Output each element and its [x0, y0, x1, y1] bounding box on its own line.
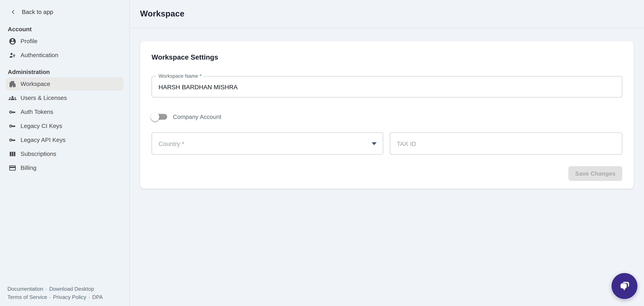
chat-bubbles-icon — [617, 279, 632, 293]
company-account-toggle[interactable] — [151, 112, 169, 121]
sidebar-item-users-licenses[interactable]: Users & Licenses — [6, 91, 124, 104]
page-header: Workspace — [130, 0, 644, 28]
footer-separator: · — [49, 294, 51, 300]
sidebar-item-label: Legacy API Keys — [20, 136, 66, 143]
page-title: Workspace — [140, 9, 184, 19]
chat-widget-button[interactable] — [612, 273, 638, 299]
country-select[interactable]: Country * — [152, 132, 383, 155]
sidebar-footer: Documentation·Download Desktop Terms of … — [7, 285, 103, 301]
sidebar-item-legacy-api-keys[interactable]: Legacy API Keys — [6, 133, 124, 146]
dropdown-arrow-icon — [372, 142, 376, 145]
sidebar-item-workspace[interactable]: Workspace — [6, 77, 124, 90]
person-key-icon — [8, 51, 16, 59]
sidebar-item-label: Subscriptions — [20, 150, 56, 157]
company-account-label: Company Account — [173, 114, 221, 120]
workspace-name-field: Workspace Name * — [152, 76, 622, 98]
workspace-settings-card: Workspace Settings Workspace Name * Comp… — [140, 41, 634, 189]
key-icon — [8, 136, 16, 144]
country-select-label: Country * — [158, 140, 184, 147]
sidebar-item-auth-tokens[interactable]: Auth Tokens — [6, 105, 124, 118]
card-title: Workspace Settings — [152, 53, 622, 62]
back-to-app-label: Back to app — [22, 9, 53, 15]
sidebar-item-label: Profile — [20, 38, 38, 45]
key-icon — [8, 122, 16, 130]
chevron-left-icon — [10, 8, 17, 16]
workspace-name-label: Workspace Name * — [156, 73, 204, 79]
account-circle-icon — [8, 37, 16, 45]
sidebar-item-label: Legacy CI Keys — [20, 122, 62, 129]
footer-row-1: Documentation·Download Desktop — [7, 285, 103, 293]
footer-separator: · — [46, 286, 47, 292]
building-icon — [8, 80, 16, 88]
sidebar-item-label: Authentication — [20, 52, 58, 58]
content-area: Workspace Settings Workspace Name * Comp… — [130, 28, 644, 189]
key-icon — [8, 108, 16, 116]
section-title-account: Account — [8, 25, 130, 34]
documentation-link[interactable]: Documentation — [7, 286, 43, 292]
columns-icon — [8, 150, 16, 158]
sidebar-item-authentication[interactable]: Authentication — [6, 49, 124, 62]
workspace-name-input[interactable] — [152, 76, 622, 97]
country-tax-row: Country * — [152, 132, 622, 155]
sidebar-item-label: Workspace — [20, 81, 50, 87]
privacy-policy-link[interactable]: Privacy Policy — [53, 294, 86, 300]
main-area: Workspace Workspace Settings Workspace N… — [130, 0, 644, 306]
administration-nav: Workspace Users & Licenses Auth Tokens L… — [6, 77, 124, 174]
download-desktop-link[interactable]: Download Desktop — [49, 286, 94, 292]
sidebar-item-label: Billing — [20, 165, 36, 171]
dpa-link[interactable]: DPA — [92, 294, 103, 300]
tax-id-field — [390, 132, 622, 155]
back-to-app-button[interactable]: Back to app — [0, 0, 130, 24]
sidebar-item-profile[interactable]: Profile — [6, 35, 124, 48]
groups-icon — [8, 94, 16, 102]
footer-separator: · — [88, 294, 90, 300]
sidebar-item-label: Auth Tokens — [20, 108, 53, 115]
save-changes-button[interactable]: Save Changes — [568, 166, 622, 181]
section-title-administration: Administration — [8, 68, 130, 77]
sidebar-item-label: Users & Licenses — [20, 95, 67, 101]
footer-row-2: Terms of Service·Privacy Policy·DPA — [7, 293, 103, 301]
sidebar-item-legacy-ci-keys[interactable]: Legacy CI Keys — [6, 119, 124, 132]
credit-card-icon — [8, 164, 16, 172]
sidebar-item-subscriptions[interactable]: Subscriptions — [6, 147, 124, 160]
tax-id-input[interactable] — [390, 133, 622, 154]
sidebar-item-billing[interactable]: Billing — [6, 161, 124, 174]
app-root: Back to app Account Profile Authenticati… — [0, 0, 644, 306]
company-account-row: Company Account — [152, 111, 622, 122]
account-nav: Profile Authentication — [6, 35, 124, 62]
sidebar: Back to app Account Profile Authenticati… — [0, 0, 130, 306]
card-actions: Save Changes — [152, 166, 622, 181]
terms-of-service-link[interactable]: Terms of Service — [7, 294, 47, 300]
toggle-thumb — [151, 112, 160, 121]
